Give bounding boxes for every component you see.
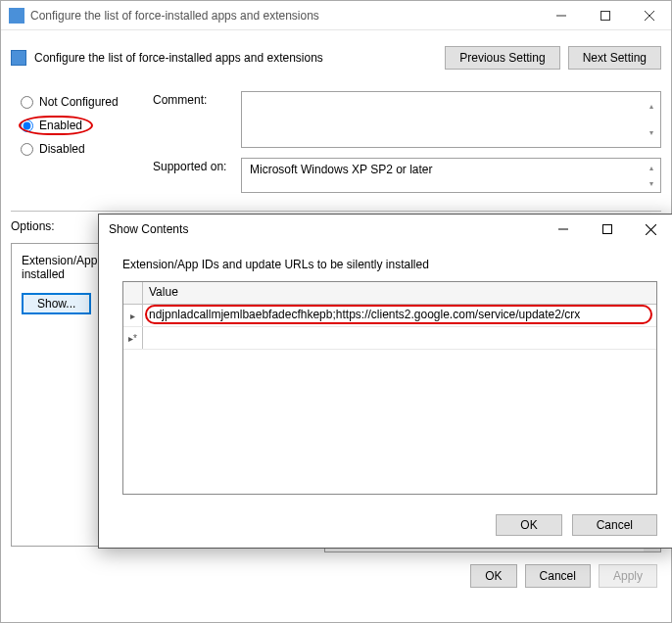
dialog-titlebar: Show Contents — [99, 215, 672, 244]
grid-cell-empty[interactable] — [143, 327, 656, 349]
radio-not-configured-label: Not Configured — [39, 95, 119, 109]
dialog-close-button[interactable] — [629, 215, 672, 244]
window-title: Configure the list of force-installed ap… — [30, 9, 539, 23]
down-arrow-icon[interactable]: ▾ — [643, 175, 659, 191]
radio-disabled[interactable]: Disabled — [19, 142, 148, 156]
app-icon — [9, 8, 24, 24]
dialog-ok-button[interactable]: OK — [496, 514, 561, 536]
show-button[interactable]: Show... — [22, 293, 91, 314]
ok-button[interactable]: OK — [470, 564, 516, 588]
supported-value: Microsoft Windows XP SP2 or later — [250, 163, 433, 176]
cancel-button[interactable]: Cancel — [525, 564, 591, 588]
window-controls — [539, 1, 671, 30]
dialog-body: Extension/App IDs and update URLs to be … — [99, 244, 672, 504]
titlebar: Configure the list of force-installed ap… — [1, 1, 671, 30]
value-grid[interactable]: Value ▸ ndjpnladcallmjemlbaebfadecfhkepb… — [122, 281, 657, 495]
grid-cell-text: ndjpnladcallmjemlbaebfadecfhkepb;https:/… — [149, 308, 580, 321]
radio-disabled-label: Disabled — [39, 142, 85, 156]
svg-rect-1 — [600, 11, 609, 20]
show-contents-dialog: Show Contents Extension/App IDs and upda… — [98, 214, 672, 549]
policy-icon — [11, 50, 26, 66]
row-marker-icon: ▸ — [123, 305, 143, 326]
comment-spinner[interactable]: ▴▾ — [643, 93, 659, 146]
previous-setting-button[interactable]: Previous Setting — [445, 46, 559, 70]
grid-row[interactable]: ▸ ndjpnladcallmjemlbaebfadecfhkepb;https… — [123, 305, 656, 327]
dialog-minimize-button[interactable] — [541, 215, 585, 244]
grid-header: Value — [123, 282, 656, 305]
dialog-title: Show Contents — [109, 222, 541, 236]
minimize-button[interactable] — [539, 1, 583, 30]
dialog-maximize-button[interactable] — [585, 215, 629, 244]
header-row: Configure the list of force-installed ap… — [1, 30, 671, 77]
up-arrow-icon[interactable]: ▴ — [643, 160, 659, 175]
heading: Configure the list of force-installed ap… — [34, 51, 445, 65]
config-area: Not Configured Enabled Disabled Comment:… — [1, 77, 671, 203]
up-arrow-icon[interactable]: ▴ — [643, 93, 659, 120]
svg-rect-5 — [602, 225, 611, 234]
comment-label: Comment: — [153, 91, 241, 148]
grid-corner — [123, 282, 143, 304]
comment-textarea[interactable]: ▴▾ — [241, 91, 661, 148]
supported-spinner[interactable]: ▴▾ — [643, 160, 659, 191]
supported-label: Supported on: — [153, 158, 241, 193]
dialog-footer: OK Cancel — [99, 504, 672, 548]
radio-enabled-input[interactable] — [21, 120, 33, 132]
state-radios: Not Configured Enabled Disabled — [1, 77, 148, 166]
radio-enabled-label: Enabled — [39, 119, 82, 132]
footer-buttons: OK Cancel Apply — [1, 552, 671, 588]
down-arrow-icon[interactable]: ▾ — [643, 120, 659, 146]
maximize-button[interactable] — [583, 1, 627, 30]
radio-not-configured-input[interactable] — [21, 96, 33, 109]
apply-button[interactable]: Apply — [599, 564, 657, 588]
form-area: Comment: ▴▾ Supported on: Microsoft Wind… — [153, 77, 671, 193]
close-button[interactable] — [627, 1, 671, 30]
grid-cell-value[interactable]: ndjpnladcallmjemlbaebfadecfhkepb;https:/… — [143, 305, 656, 326]
grid-row-new[interactable]: ▸* — [123, 327, 656, 350]
row-marker-new-icon: ▸* — [123, 327, 143, 349]
next-setting-button[interactable]: Next Setting — [568, 46, 661, 70]
radio-enabled[interactable]: Enabled — [19, 119, 148, 132]
divider — [11, 211, 661, 212]
radio-not-configured[interactable]: Not Configured — [19, 95, 148, 109]
dialog-cancel-button[interactable]: Cancel — [572, 514, 657, 536]
dialog-label: Extension/App IDs and update URLs to be … — [122, 258, 657, 271]
supported-box: Microsoft Windows XP SP2 or later ▴▾ — [241, 158, 661, 193]
grid-column-value[interactable]: Value — [143, 282, 656, 304]
radio-disabled-input[interactable] — [21, 143, 33, 156]
